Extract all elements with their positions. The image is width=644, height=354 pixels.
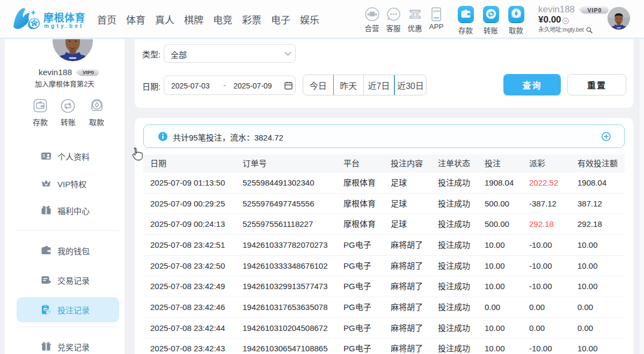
svg-text:¥: ¥	[413, 12, 416, 18]
svg-text:VIP0: VIP0	[588, 7, 602, 13]
svg-text:APP: APP	[433, 9, 440, 13]
svg-text:VIP0: VIP0	[83, 69, 94, 75]
